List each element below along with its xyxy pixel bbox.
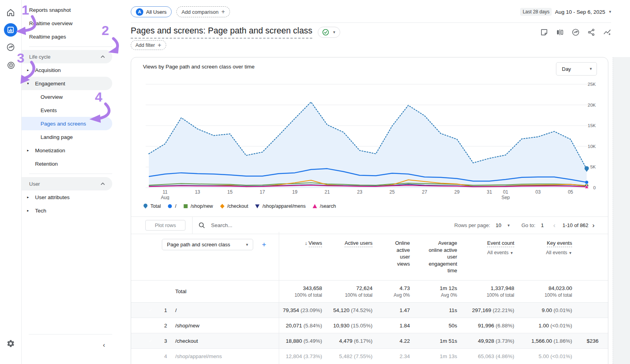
sidebar-item-monetization[interactable]: ▸Monetization xyxy=(22,144,112,157)
chevron-down-icon: ▼ xyxy=(589,67,593,71)
sidebar-item-events[interactable]: Events xyxy=(22,103,112,117)
add-filter-chip[interactable]: Add filter + xyxy=(131,40,166,50)
legend-item-shop-new[interactable]: /shop/new xyxy=(183,203,213,209)
sidebar-item-user-attributes[interactable]: ▸User attributes xyxy=(22,190,112,204)
chevron-collapsed-icon[interactable]: ▸ xyxy=(26,148,30,152)
legend-item-[interactable]: / xyxy=(167,203,176,209)
reports-icon[interactable] xyxy=(0,23,21,37)
chevron-collapsed-icon[interactable]: ▸ xyxy=(26,209,30,212)
legend-item-search[interactable]: /search xyxy=(312,203,336,209)
home-icon[interactable] xyxy=(0,7,21,18)
dimension-selector[interactable]: Page path and screen class▼ xyxy=(162,239,253,250)
row-metric-cell: 1.84 xyxy=(372,323,410,329)
column-sort-label[interactable]: Views xyxy=(309,240,322,247)
row-metric-cell: 1.00 (<0.01%) xyxy=(514,323,572,329)
sidebar-item-tech[interactable]: ▸Tech xyxy=(22,204,112,217)
chevron-down-icon: ▼ xyxy=(245,243,249,247)
sidebar-item-retention[interactable]: Retention xyxy=(22,157,112,170)
row-checkbox-cell xyxy=(131,353,162,359)
metric-filter-select[interactable]: All events ▼ xyxy=(546,249,572,256)
metric-value: 5,482 xyxy=(339,353,354,359)
table-row: 1/79,354 (23.09%)54,120 (74.52%)1.4711s2… xyxy=(131,302,608,318)
row-metric-cell: 91,996 (6.88%) xyxy=(457,323,514,329)
sidebar-item-reports-snapshot[interactable]: Reports snapshot xyxy=(22,3,112,17)
header-line: Event count xyxy=(487,240,514,247)
add-dimension-icon[interactable]: + xyxy=(262,240,266,249)
plot-rows-button[interactable]: Plot rows xyxy=(145,220,185,231)
total-metric-cell: 1,337,948100% of total xyxy=(457,285,514,298)
sidebar-item-section-life-cycle[interactable]: Life cycle xyxy=(22,50,112,63)
prev-page-icon[interactable]: ‹ xyxy=(553,222,556,229)
header-divider xyxy=(131,22,611,23)
sidebar-item-label: Engagement xyxy=(35,81,65,87)
next-page-icon[interactable]: › xyxy=(592,222,595,229)
svg-text:31: 31 xyxy=(487,189,492,195)
table-row: 3/checkout18,880 (5.49%)4,479 (6.17%)4.2… xyxy=(131,333,608,348)
sidebar-item-acquisition[interactable]: ▸Acquisition xyxy=(22,63,112,77)
svg-text:25: 25 xyxy=(389,189,395,195)
report-status-pill[interactable]: ▼ xyxy=(318,27,340,38)
column-header-online-active-user-views: Onlineactiveuserviews xyxy=(372,239,410,267)
check-circle-icon xyxy=(322,29,329,36)
search-input[interactable] xyxy=(210,222,314,229)
row-metric-cell: 297,169 (22.21%) xyxy=(457,307,514,313)
svg-text:13: 13 xyxy=(195,189,200,195)
add-comparison-chip[interactable]: Add comparison + xyxy=(176,6,230,17)
admin-gear-icon[interactable] xyxy=(0,338,21,349)
legend-item-checkout[interactable]: /checkout xyxy=(220,203,248,209)
table-row: 4/shop/apparel/mens12,804 (3.73%)5,482 (… xyxy=(131,348,608,364)
date-range-picker[interactable]: Last 28 days Aug 10 - Sep 6, 2025 ▼ xyxy=(520,8,612,16)
rows-per-page-select[interactable]: 10 ▼ xyxy=(494,222,510,228)
all-users-chip[interactable]: A All Users xyxy=(131,6,172,17)
row-rank: 3 xyxy=(162,338,175,344)
goto-page-input[interactable]: 1 xyxy=(541,222,544,228)
sidebar-divider xyxy=(29,174,112,174)
sidebar-item-label: Monetization xyxy=(35,148,65,153)
chevron-up-icon xyxy=(100,55,105,58)
row-metric-cell: 1.47 xyxy=(372,307,410,313)
sidebar-item-section-user[interactable]: User xyxy=(22,177,112,190)
row-metric-cell: 1,566.00 (1.86%) xyxy=(514,338,572,344)
sidebar-item-pages-and-screens[interactable]: Pages and screens xyxy=(22,117,112,130)
chevron-collapsed-icon[interactable]: ▸ xyxy=(26,195,30,199)
row-metric-cell: 18,880 (5.49%) xyxy=(279,338,322,344)
total-metric-sub: 100% of total xyxy=(514,292,572,298)
feedback-note-icon[interactable] xyxy=(539,28,549,37)
column-sort-label[interactable]: Key events xyxy=(547,240,572,247)
svg-text:29: 29 xyxy=(454,189,460,195)
metric-filter-select[interactable]: All events ▼ xyxy=(487,249,514,256)
sidebar-item-engagement[interactable]: ▾Engagement xyxy=(22,77,112,90)
sidebar-item-realtime-pages[interactable]: Realtime pages xyxy=(22,30,112,43)
row-metric-cell: 1m 51s xyxy=(410,338,457,344)
total-metric-sub: 100% of total xyxy=(322,292,372,298)
column-sort-label[interactable]: Event count xyxy=(487,240,514,247)
svg-text:10K: 10K xyxy=(588,144,596,149)
column-sort-label[interactable]: Active users xyxy=(345,240,372,247)
chevron-expanded-icon[interactable]: ▾ xyxy=(26,81,30,85)
header-line: online active xyxy=(429,247,457,254)
metric-percent: (<0.01%) xyxy=(550,353,572,359)
legend-item-shop-apparel-mens[interactable]: /shop/apparel/mens xyxy=(255,203,306,209)
sidebar-item-overview[interactable]: Overview xyxy=(22,90,112,103)
edit-comparisons-icon[interactable] xyxy=(555,28,565,37)
legend-item-total[interactable]: Total xyxy=(143,203,161,209)
sidebar-item-realtime-overview[interactable]: Realtime overview xyxy=(22,17,112,30)
sidebar-item-label: Tech xyxy=(35,208,46,214)
granularity-select[interactable]: Day ▼ xyxy=(556,62,597,76)
chevron-collapsed-icon[interactable]: ▸ xyxy=(26,68,30,72)
advertising-icon[interactable] xyxy=(0,60,21,71)
collapse-sidebar-button[interactable]: ‹ xyxy=(102,340,106,350)
explore-icon[interactable] xyxy=(0,42,21,53)
header-line: user xyxy=(395,253,410,261)
legend-label: / xyxy=(175,203,176,209)
metric-value: 91,996 xyxy=(478,323,496,329)
insights-icon[interactable] xyxy=(571,28,580,37)
custom-insights-icon[interactable] xyxy=(602,28,612,37)
share-icon[interactable] xyxy=(587,28,596,37)
column-header-average-online-active-user-engagement-time: Averageonline activeuserengagementtime xyxy=(410,239,457,274)
header-line: active xyxy=(395,247,410,254)
sidebar-item-label: Realtime pages xyxy=(29,34,66,40)
legend-marker-diamond xyxy=(220,203,225,209)
sidebar-item-landing-page[interactable]: Landing page xyxy=(22,130,112,144)
sidebar-item-label: Realtime overview xyxy=(29,20,72,26)
